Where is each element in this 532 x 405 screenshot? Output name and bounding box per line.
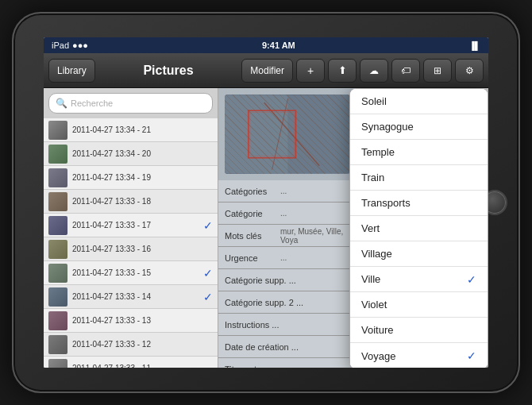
tag-button[interactable]: 🏷: [391, 59, 420, 83]
meta-row-date-creation[interactable]: Date de création ...: [218, 336, 357, 358]
list-item[interactable]: 2011-04-27 13:34 - 19: [44, 166, 218, 190]
dropdown-item-synagogue[interactable]: Synagogue: [350, 114, 488, 140]
preview-overlay: [225, 94, 350, 174]
list-item[interactable]: 2011-04-27 13:33 - 14 ✓: [44, 285, 218, 309]
dropdown-label: Vert: [361, 222, 380, 234]
list-item[interactable]: 2011-04-27 13:33 - 13: [44, 309, 218, 333]
photo-thumbnail: [48, 168, 67, 187]
photo-label: 2011-04-27 13:33 - 12: [72, 340, 151, 349]
status-bar: iPad ●●● 9:41 AM ▐▌: [44, 37, 488, 53]
toolbar: Library Pictures Modifier + ⬆ ☁ 🏷 ⊞ ⚙: [44, 53, 488, 88]
categories-label: Catégories: [225, 187, 280, 196]
dropdown-item-voiture[interactable]: Voiture: [350, 318, 488, 343]
search-input[interactable]: 🔍 Recherche: [48, 93, 213, 114]
photo-thumbnail: [48, 192, 67, 211]
photo-label: 2011-04-27 13:33 - 15: [72, 268, 151, 277]
voyage-checkmark-icon: ✓: [467, 349, 476, 362]
status-right: ▐▌: [469, 41, 480, 50]
meta-row-categorie[interactable]: Catégorie ...: [218, 202, 357, 225]
dropdown-item-train[interactable]: Train: [350, 165, 488, 191]
status-time: 9:41 AM: [262, 40, 295, 50]
grid-button[interactable]: ⊞: [423, 59, 452, 83]
list-item[interactable]: 2011-04-27 13:34 - 20: [44, 142, 218, 166]
library-button[interactable]: Library: [48, 59, 95, 83]
main-content: 🔍 Recherche 2011-04-27 13:34 - 21 2011-0…: [44, 88, 488, 368]
search-bar: 🔍 Recherche: [44, 88, 218, 118]
meta-row-categorie-supp2[interactable]: Catégorie supp. 2 ...: [218, 291, 357, 314]
list-item[interactable]: 2011-04-27 13:33 - 18: [44, 190, 218, 214]
dropdown-label: Village: [361, 248, 392, 260]
dropdown-item-violet[interactable]: Violet: [350, 292, 488, 318]
svg-line-2: [264, 102, 320, 165]
list-item[interactable]: 2011-04-27 13:33 - 11: [44, 357, 218, 368]
dropdown-item-soleil[interactable]: Soleil: [350, 89, 488, 114]
tag-icon: 🏷: [401, 65, 411, 76]
photo-label: 2011-04-27 13:33 - 13: [72, 316, 151, 325]
dropdown-item-ville[interactable]: Ville ✓: [350, 267, 488, 292]
list-item[interactable]: 2011-04-27 13:33 - 15 ✓: [44, 261, 218, 285]
dropdown-label: Voyage: [361, 350, 395, 362]
svg-rect-4: [249, 110, 296, 158]
photo-list: 🔍 Recherche 2011-04-27 13:34 - 21 2011-0…: [44, 88, 218, 368]
meta-row-titre-auteur[interactable]: Titre auteur ...: [218, 358, 357, 368]
search-icon: 🔍: [56, 98, 67, 109]
photo-label: 2011-04-27 13:33 - 18: [72, 197, 151, 206]
photo-label: 2011-04-27 13:33 - 11: [72, 364, 151, 368]
settings-button[interactable]: ⚙: [455, 59, 484, 83]
status-left: iPad ●●●: [52, 40, 88, 50]
share-button[interactable]: ⬆: [328, 59, 357, 83]
photo-thumbnail: [48, 240, 67, 259]
list-item[interactable]: 2011-04-27 13:33 - 12: [44, 333, 218, 357]
dropdown-label: Ville: [361, 273, 380, 285]
cloud-icon: ☁: [369, 65, 379, 76]
dropdown-label: Synagogue: [361, 121, 414, 133]
modifier-button[interactable]: Modifier: [241, 59, 293, 83]
ipad-screen: iPad ●●● 9:41 AM ▐▌ Library Pictures Mod…: [44, 37, 488, 368]
mots-cles-value: mur, Musée, Ville, Voya: [280, 227, 350, 245]
meta-row-categories: Catégories ...: [218, 180, 357, 202]
dropdown-item-transports[interactable]: Transports: [350, 191, 488, 216]
dropdown-item-village[interactable]: Village: [350, 241, 488, 267]
categorie-supp2-label: Catégorie supp. 2 ...: [225, 298, 303, 307]
categorie-supp-label: Catégorie supp. ...: [225, 276, 296, 285]
dropdown-label: Voiture: [361, 324, 393, 336]
add-button[interactable]: +: [296, 59, 325, 83]
instructions-label: Instructions ...: [225, 320, 280, 330]
checkmark-icon: ✓: [203, 219, 213, 232]
dropdown-item-voyage[interactable]: Voyage ✓: [350, 343, 488, 368]
dropdown-item-vert[interactable]: Vert: [350, 216, 488, 241]
preview-image: [225, 94, 350, 174]
dropdown-label: Soleil: [361, 95, 387, 107]
photo-items-container: 2011-04-27 13:34 - 21 2011-04-27 13:34 -…: [44, 118, 218, 368]
dropdown-item-temple[interactable]: Temple: [350, 140, 488, 165]
dropdown-label: Temple: [361, 146, 395, 158]
share-icon: ⬆: [338, 64, 347, 76]
meta-row-instructions[interactable]: Instructions ...: [218, 314, 357, 336]
list-item[interactable]: 2011-04-27 13:34 - 21: [44, 118, 218, 142]
metadata-list: Catégories ... Catégorie ... Mots clés m…: [218, 180, 357, 368]
list-item[interactable]: 2011-04-27 13:33 - 16: [44, 237, 218, 261]
svg-rect-0: [225, 94, 350, 173]
photo-thumbnail: [48, 287, 67, 307]
titre-auteur-label: Titre auteur ...: [225, 364, 280, 368]
meta-row-urgence[interactable]: Urgence ...: [218, 247, 357, 269]
svg-rect-5: [250, 112, 295, 156]
date-creation-label: Date de création ...: [225, 342, 299, 352]
dropdown-label: Violet: [361, 299, 387, 310]
cloud-button[interactable]: ☁: [360, 59, 388, 83]
checkmark-icon: ✓: [203, 267, 213, 280]
meta-row-categorie-supp[interactable]: Catégorie supp. ...: [218, 269, 357, 291]
meta-row-mots-cles[interactable]: Mots clés mur, Musée, Ville, Voya: [218, 225, 357, 247]
photo-label: 2011-04-27 13:34 - 21: [72, 125, 151, 134]
wifi-icon: ●●●: [72, 40, 88, 50]
photo-thumbnail: [48, 359, 67, 368]
photo-thumbnail: [48, 311, 67, 330]
photo-thumbnail: [48, 264, 67, 283]
photo-thumbnail: [48, 121, 67, 140]
dropdown-label: Transports: [361, 197, 411, 209]
categories-value: ...: [280, 187, 287, 195]
list-item[interactable]: 2011-04-27 13:33 - 17 ✓: [44, 214, 218, 237]
dropdown-panel: Soleil Synagogue Temple Train Transports…: [349, 88, 488, 368]
ipad-label: iPad: [52, 40, 69, 50]
urgence-value: ...: [280, 253, 287, 262]
